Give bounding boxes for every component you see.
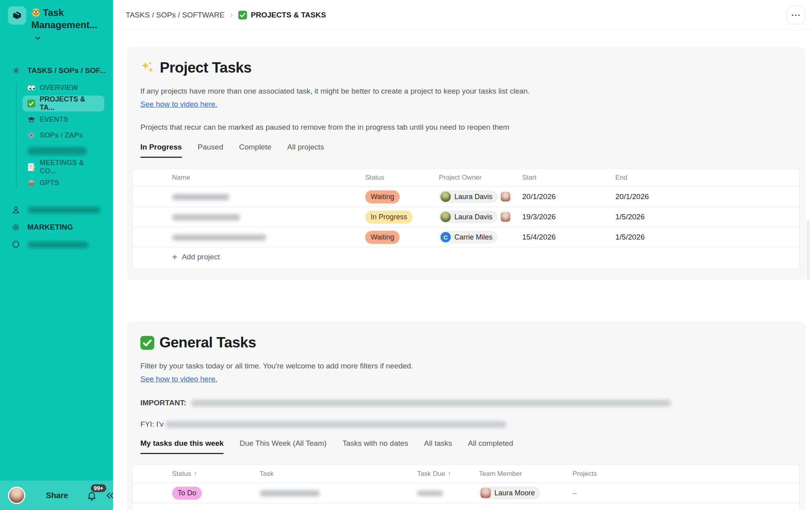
column-header-start[interactable]: Start bbox=[522, 174, 615, 182]
column-header-status[interactable]: Status bbox=[365, 174, 439, 182]
end-date-cell[interactable]: 1/5/2026 bbox=[615, 213, 791, 221]
member-pill[interactable]: Laura Moore bbox=[479, 487, 540, 499]
tab-paused[interactable]: Paused bbox=[198, 143, 223, 158]
avatar bbox=[500, 211, 511, 222]
sidebar-group-redacted-1[interactable] bbox=[0, 201, 113, 219]
start-date-cell[interactable]: 15/4/2026 bbox=[522, 233, 615, 242]
check-icon bbox=[238, 11, 247, 19]
sidebar-item-events[interactable]: EVENTS bbox=[23, 111, 104, 127]
sidebar-item-redacted[interactable] bbox=[23, 143, 104, 159]
status-cell[interactable]: In Progress bbox=[365, 211, 439, 224]
add-project-label: Add project bbox=[182, 253, 220, 261]
sort-arrow-icon: ↑ bbox=[193, 470, 197, 478]
table-row[interactable]: Waiting CCarrie Miles 15/4/2026 1/5/2026 bbox=[132, 227, 799, 247]
tab-tasks-with-no-dates[interactable]: Tasks with no dates bbox=[343, 439, 408, 454]
owner-cell[interactable]: Laura Davis bbox=[439, 190, 522, 203]
user-avatar[interactable] bbox=[8, 487, 25, 504]
general-tasks-title: General Tasks bbox=[140, 334, 792, 351]
redacted-text bbox=[172, 234, 266, 241]
column-header-task-due[interactable]: Task Due↑ bbox=[417, 470, 479, 478]
breadcrumb-root[interactable]: TASKS / SOPs / SOFTWARE bbox=[126, 11, 224, 19]
sidebar-footer: Share 99+ bbox=[0, 481, 113, 510]
tab-complete[interactable]: Complete bbox=[239, 143, 271, 158]
owner-cell[interactable]: Laura Davis bbox=[439, 211, 522, 223]
status-badge[interactable]: In Progress bbox=[365, 211, 413, 224]
check-icon bbox=[140, 336, 154, 350]
sidebar-item-meetings[interactable]: MEETINGS & CO... bbox=[23, 159, 104, 175]
sidebar-item-overview[interactable]: OVERVIEW bbox=[23, 80, 104, 96]
owner-pill[interactable]: Laura Davis bbox=[439, 211, 498, 223]
sidebar-item-label: MEETINGS & CO... bbox=[40, 159, 100, 175]
see-how-to-video-link[interactable]: See how to video here. bbox=[140, 375, 217, 383]
more-options-button[interactable]: ⋯ bbox=[787, 6, 805, 24]
table-row[interactable]: In Progress Laura Davis 19/3/2026 1/5/20… bbox=[132, 207, 799, 227]
breadcrumb-current-label: PROJECTS & TASKS bbox=[251, 11, 326, 19]
owner-pill[interactable]: CCarrie Miles bbox=[439, 231, 498, 243]
project-tasks-title-label: Project Tasks bbox=[160, 59, 251, 76]
breadcrumb-current[interactable]: PROJECTS & TASKS bbox=[238, 11, 326, 19]
task-due-cell[interactable] bbox=[417, 489, 479, 497]
see-how-to-video-link[interactable]: See how to video here. bbox=[140, 100, 217, 109]
projects-cell[interactable]: – bbox=[573, 489, 791, 497]
tab-all-tasks[interactable]: All tasks bbox=[424, 439, 452, 454]
column-header-name[interactable]: Name bbox=[172, 174, 365, 182]
tab-due-this-week-all-team[interactable]: Due This Week (All Team) bbox=[239, 439, 327, 454]
column-header-end[interactable]: End bbox=[615, 174, 791, 182]
status-cell[interactable]: To Do bbox=[172, 487, 260, 500]
tab-all-projects[interactable]: All projects bbox=[287, 143, 324, 158]
table-row[interactable]: Waiting Laura Davis 20/1/2026 20/1/2026 bbox=[132, 187, 799, 207]
sidebar-item-gpts[interactable]: GPTS bbox=[23, 175, 104, 191]
project-tasks-title: Project Tasks bbox=[140, 59, 792, 76]
table-row[interactable]: To Do Laura Moore – bbox=[132, 483, 799, 503]
sidebar-group-redacted-2[interactable] bbox=[0, 236, 113, 253]
column-header-projects[interactable]: Projects bbox=[573, 470, 791, 478]
tab-all-completed[interactable]: All completed bbox=[468, 439, 513, 454]
person-icon bbox=[11, 205, 20, 214]
task-cell[interactable] bbox=[260, 489, 417, 497]
project-tasks-description: If any projects have more than one assoc… bbox=[140, 86, 792, 96]
redacted-label bbox=[27, 147, 87, 155]
projects-table-header: Name Status Project Owner Start End bbox=[132, 169, 799, 187]
add-task-button[interactable]: + Add task bbox=[132, 503, 799, 510]
sidebar-group-marketing[interactable]: MARKETING bbox=[0, 219, 113, 236]
tab-my-tasks-due-this-week[interactable]: My tasks due this week bbox=[140, 439, 224, 454]
avatar bbox=[500, 191, 511, 202]
add-project-button[interactable]: + Add project bbox=[132, 247, 799, 267]
notifications-button[interactable]: 99+ bbox=[86, 490, 97, 501]
sidebar-groups: MARKETING bbox=[0, 201, 113, 253]
workspace-name: Task Management... bbox=[31, 6, 105, 43]
status-cell[interactable]: Waiting bbox=[365, 190, 439, 203]
workspace-switcher[interactable]: Task Management... bbox=[0, 0, 113, 46]
start-date-cell[interactable]: 19/3/2026 bbox=[522, 213, 615, 221]
sidebar-item-projects-tasks[interactable]: PROJECTS & TA... bbox=[23, 96, 104, 111]
end-date-cell[interactable]: 20/1/2026 bbox=[615, 192, 791, 201]
status-badge[interactable]: Waiting bbox=[365, 190, 400, 203]
sidebar-sub-list: OVERVIEW PROJECTS & TA... EVENTS SOPs / … bbox=[0, 80, 113, 191]
redacted-text bbox=[191, 400, 671, 406]
status-cell[interactable]: Waiting bbox=[365, 231, 439, 244]
column-header-task[interactable]: Task bbox=[260, 470, 417, 478]
project-name-cell[interactable] bbox=[172, 192, 365, 201]
project-name-cell[interactable] bbox=[172, 213, 365, 221]
app-window: Task Management... TASKS / SOPs / SOF...… bbox=[0, 0, 812, 510]
column-header-project-owner[interactable]: Project Owner bbox=[439, 174, 522, 182]
scrollbar-thumb[interactable] bbox=[806, 220, 810, 280]
start-date-cell[interactable]: 20/1/2026 bbox=[522, 192, 615, 201]
column-header-team-member[interactable]: Team Member bbox=[479, 470, 573, 478]
end-date-cell[interactable]: 1/5/2026 bbox=[615, 233, 791, 242]
share-button[interactable]: Share bbox=[46, 491, 68, 500]
sidebar-section-label: TASKS / SOPs / SOF... bbox=[27, 66, 106, 75]
chevron-down-icon bbox=[34, 35, 41, 41]
column-header-status[interactable]: Status↑ bbox=[172, 470, 260, 478]
owner-cell[interactable]: CCarrie Miles bbox=[439, 231, 522, 243]
owner-pill[interactable]: Laura Davis bbox=[439, 190, 498, 203]
member-name: Laura Moore bbox=[494, 489, 535, 497]
status-badge[interactable]: Waiting bbox=[365, 231, 400, 244]
team-member-cell[interactable]: Laura Moore bbox=[479, 487, 573, 499]
sidebar-item-sops-zaps[interactable]: SOPs / ZAPs bbox=[23, 127, 104, 143]
status-badge[interactable]: To Do bbox=[172, 487, 202, 500]
sidebar-section-tasks-sops[interactable]: TASKS / SOPs / SOF... bbox=[0, 64, 113, 77]
tab-in-progress[interactable]: In Progress bbox=[140, 143, 182, 158]
avatar bbox=[440, 192, 451, 202]
project-name-cell[interactable] bbox=[172, 233, 365, 242]
